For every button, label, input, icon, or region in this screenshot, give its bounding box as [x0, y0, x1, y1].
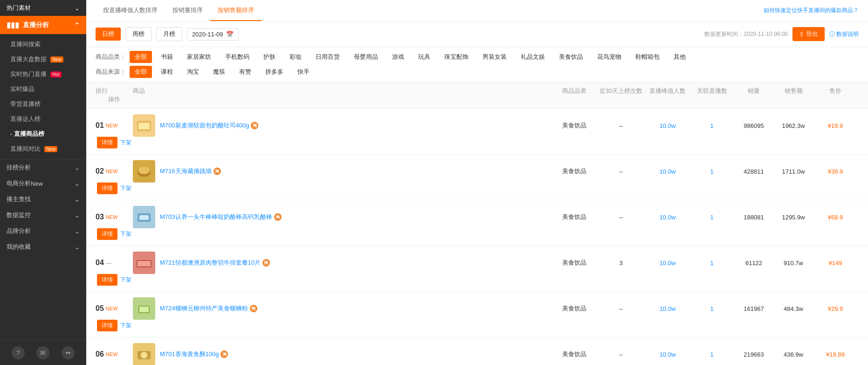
- related-cell: 1: [691, 260, 733, 267]
- filter-source-all[interactable]: 全部: [130, 66, 152, 78]
- sidebar-live-analysis-header[interactable]: ▮▮▮ 直播分析 ⌃: [0, 16, 86, 34]
- rank-number: 02: [96, 167, 104, 175]
- sidebar-item-live-search[interactable]: 直播间搜索: [0, 37, 86, 52]
- detail-button[interactable]: 详情: [97, 228, 117, 240]
- tab-sales-volume[interactable]: 按销量排序: [165, 0, 210, 21]
- takedown-button[interactable]: 下架: [120, 276, 131, 284]
- sidebar-item-live-explosion[interactable]: 实时爆品: [0, 82, 86, 97]
- chevron-down-icon: ⌄: [75, 5, 80, 12]
- taobao-icon: 淘: [274, 213, 282, 221]
- category-cell: 美食饮品: [551, 350, 598, 358]
- takedown-button[interactable]: 下架: [120, 230, 131, 238]
- top30-cell: 3: [598, 260, 644, 267]
- filter-category-all[interactable]: 全部: [130, 51, 152, 63]
- new-badge-ecommerce: New: [31, 180, 43, 187]
- detail-button[interactable]: 详情: [97, 182, 117, 194]
- svg-rect-14: [139, 307, 149, 312]
- svg-point-5: [138, 167, 150, 174]
- table-row: 02 NEW M716天海藏佛跳墙 淘 美食饮品 -- 10.0w 1 4288…: [86, 154, 868, 200]
- filter-category-mobile[interactable]: 手机数码: [220, 51, 255, 63]
- takedown-button[interactable]: 下架: [120, 139, 131, 147]
- filter-category-clothes[interactable]: 男装女装: [477, 51, 512, 63]
- mini-program-icon[interactable]: ••: [62, 346, 75, 359]
- table-row: 01 NEW M700新麦潮软面包奶酪吐司400g 淘 美食饮品 -- 10.0…: [86, 109, 868, 154]
- sidebar-item-live-带货[interactable]: 带货直播榜: [0, 97, 86, 112]
- product-name[interactable]: M721恒都澳洲原肉整切牛排套餐10片 淘: [160, 259, 270, 267]
- product-name[interactable]: M703认养一头牛棒棒哒奶酪棒高钙乳酪棒 淘: [160, 213, 282, 221]
- tab-peak-viewers[interactable]: 按直播峰值人数排序: [96, 0, 165, 21]
- rank-number: 01: [96, 121, 104, 130]
- product-name[interactable]: M724螺蛳元柳州特产美食螺蛳粉 淘: [160, 304, 257, 313]
- svg-rect-2: [138, 123, 150, 129]
- filter-source-youzan[interactable]: 有赞: [234, 66, 256, 78]
- filter-category-skincare[interactable]: 护肤: [258, 51, 281, 63]
- filter-source-taobao[interactable]: 淘宝: [182, 66, 204, 78]
- sidebar-item-live-hot[interactable]: 实时热门直播 Hot: [0, 67, 86, 82]
- product-name[interactable]: M700新麦潮软面包奶酪吐司400g 淘: [160, 121, 258, 130]
- btn-monthly[interactable]: 月榜: [156, 27, 182, 41]
- product-image: [133, 160, 155, 182]
- filter-category-makeup[interactable]: 彩妆: [284, 51, 307, 63]
- detail-button[interactable]: 详情: [97, 320, 117, 331]
- filter-source-course[interactable]: 课程: [156, 66, 178, 78]
- sidebar: 热门素材 ⌄ ▮▮▮ 直播分析 ⌃ 直播间搜索 直播大盘数据 New 实时热门直…: [0, 0, 86, 365]
- takedown-button[interactable]: 下架: [120, 184, 131, 192]
- filter-category-daily[interactable]: 日用百货: [310, 51, 345, 63]
- data-desc-link[interactable]: ⓘ 数据说明: [829, 30, 859, 38]
- sidebar-group-收藏[interactable]: 我的收藏 ⌄: [0, 239, 86, 255]
- date-picker[interactable]: 2020-11-09 📅: [187, 28, 239, 41]
- filter-category-pets[interactable]: 花鸟宠物: [592, 51, 627, 63]
- price-cell: ¥39.9: [812, 168, 859, 175]
- sidebar-group-播主[interactable]: 播主查找 ⌄: [0, 191, 86, 207]
- export-button[interactable]: ⇧ 导出: [792, 27, 825, 41]
- peak-cell: 10.0w: [644, 168, 691, 175]
- sidebar-item-live-达人榜[interactable]: 直播达人榜: [0, 112, 86, 126]
- takedown-button[interactable]: 下架: [120, 322, 131, 330]
- product-name[interactable]: M701香海黄鱼酥100g 淘: [160, 350, 228, 358]
- filter-category-books[interactable]: 书籍: [156, 51, 178, 63]
- hot-badge: Hot: [50, 71, 62, 77]
- sidebar-group-挂榜[interactable]: 挂榜分析 ⌄: [0, 160, 86, 175]
- top-link[interactable]: 如何快速定位快手直播间的爆款商品？: [764, 7, 859, 14]
- detail-button[interactable]: 详情: [97, 274, 117, 286]
- sidebar-group-material-label: 热门素材: [7, 4, 31, 12]
- product-image: [133, 206, 155, 228]
- svg-rect-8: [139, 215, 149, 220]
- svg-rect-11: [138, 261, 151, 267]
- filter-category-home[interactable]: 家居家纺: [182, 51, 216, 63]
- sidebar-item-live-big-data[interactable]: 直播大盘数据 New: [0, 52, 86, 67]
- filter-category-jewelry[interactable]: 珠宝配饰: [439, 51, 474, 63]
- detail-button[interactable]: 详情: [97, 137, 117, 148]
- filter-category-toys[interactable]: 玩具: [413, 51, 435, 63]
- filter-source-kuaishou[interactable]: 快手: [292, 66, 315, 78]
- tab-sales-amount[interactable]: 按销售额排序: [210, 0, 262, 21]
- chat-icon[interactable]: ✉: [36, 346, 49, 359]
- peak-cell: 10.0w: [644, 260, 691, 267]
- filter-category-food[interactable]: 美食饮品: [554, 51, 588, 63]
- sidebar-group-品牌[interactable]: 品牌分析 ⌄: [0, 223, 86, 239]
- taobao-icon: 淘: [262, 259, 270, 267]
- help-icon[interactable]: ?: [12, 346, 25, 359]
- chevron-down-icon-6: ⌄: [75, 228, 80, 235]
- filter-source-mokuai[interactable]: 魔筷: [208, 66, 230, 78]
- product-name[interactable]: M716天海藏佛跳墙 淘: [160, 167, 221, 175]
- sidebar-group-material[interactable]: 热门素材 ⌄: [0, 0, 86, 16]
- filter-category-baby[interactable]: 母婴用品: [349, 51, 383, 63]
- sidebar-group-数据[interactable]: 数据监控 ⌄: [0, 207, 86, 223]
- sidebar-group-电商[interactable]: 电商分析 New ⌄: [0, 175, 86, 191]
- filter-category-shoes[interactable]: 鞋帽箱包: [630, 51, 665, 63]
- filter-source-pinduoduo[interactable]: 拼多多: [260, 66, 289, 78]
- bar-chart-icon: ▮▮▮: [7, 21, 19, 29]
- btn-weekly[interactable]: 周榜: [125, 27, 152, 41]
- filter-category-other[interactable]: 其他: [668, 51, 691, 63]
- filter-category-game[interactable]: 游戏: [387, 51, 409, 63]
- product-cell: M700新麦潮软面包奶酪吐司400g 淘: [133, 114, 551, 137]
- category-filter-row: 商品品类： 全部 书籍 家居家纺 手机数码 护肤 彩妆 日用百货 母婴用品 游戏…: [96, 51, 859, 63]
- sidebar-item-live-商品榜[interactable]: · 直播商品榜: [0, 126, 86, 141]
- product-image: [133, 114, 155, 137]
- btn-daily[interactable]: 日榜: [96, 28, 121, 41]
- filter-category-gifts[interactable]: 礼品文娱: [516, 51, 550, 63]
- rank-cell: 06 NEW: [96, 350, 133, 358]
- sidebar-item-live-对比[interactable]: 直播间对比 New: [0, 141, 86, 156]
- category-cell: 美食饮品: [551, 259, 598, 267]
